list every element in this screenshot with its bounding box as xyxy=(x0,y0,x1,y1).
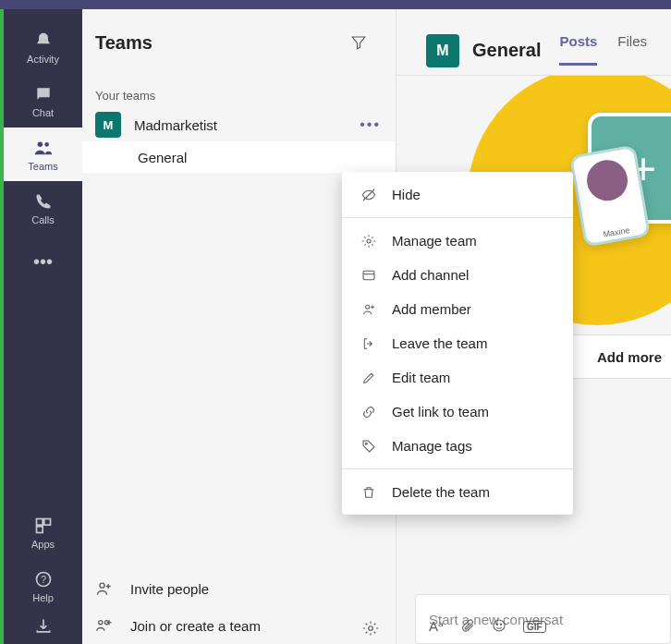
svg-point-18 xyxy=(496,624,497,625)
tab-files[interactable]: Files xyxy=(617,26,647,66)
team-avatar: M xyxy=(95,112,121,138)
link-icon xyxy=(360,405,377,419)
rail-label: Apps xyxy=(31,539,55,550)
svg-rect-2 xyxy=(36,519,43,526)
channel-row[interactable]: General xyxy=(82,141,396,173)
rail-more[interactable]: ••• xyxy=(4,235,82,288)
settings-button[interactable] xyxy=(362,620,379,640)
rail-calls[interactable]: Calls xyxy=(4,181,82,235)
menu-label: Hide xyxy=(392,187,421,202)
menu-label: Edit team xyxy=(392,370,450,385)
rail-label: Calls xyxy=(31,214,54,225)
rail-apps[interactable]: Apps xyxy=(4,505,82,559)
phone-icon xyxy=(35,190,52,213)
svg-point-8 xyxy=(99,621,103,625)
avatar-illustration xyxy=(584,157,631,204)
team-name: Madmarketist xyxy=(134,117,341,133)
leave-icon xyxy=(360,336,377,351)
menu-label: Add member xyxy=(392,301,471,317)
join-icon xyxy=(95,616,114,635)
menu-divider xyxy=(342,217,573,218)
menu-label: Leave the team xyxy=(392,335,487,351)
svg-point-16 xyxy=(365,443,367,444)
channel-avatar: M xyxy=(426,34,459,67)
menu-edit-team[interactable]: Edit team xyxy=(342,360,573,395)
hide-icon xyxy=(360,188,377,202)
teams-icon xyxy=(33,137,54,159)
channel-title: General xyxy=(472,40,541,61)
menu-manage-tags[interactable]: Manage tags xyxy=(342,429,573,463)
menu-label: Manage tags xyxy=(392,438,472,454)
gear-icon xyxy=(360,234,377,249)
svg-rect-3 xyxy=(43,519,50,526)
svg-point-0 xyxy=(37,142,43,148)
rail-chat[interactable]: Chat xyxy=(4,74,82,128)
tag-icon xyxy=(360,439,377,454)
rail-label: Activity xyxy=(27,54,59,65)
rail-activity[interactable]: Activity xyxy=(4,20,82,74)
svg-point-1 xyxy=(44,142,49,147)
title-bar xyxy=(0,0,671,9)
menu-manage-team[interactable]: Manage team xyxy=(342,224,573,258)
menu-add-member[interactable]: Add member xyxy=(342,292,573,326)
tab-posts[interactable]: Posts xyxy=(559,26,597,66)
menu-label: Manage team xyxy=(392,233,477,249)
app-rail: Activity Chat Teams Calls ••• Apps ? xyxy=(4,9,82,644)
menu-leave-team[interactable]: Leave the team xyxy=(342,326,573,360)
gif-icon[interactable]: GIF xyxy=(523,621,546,633)
channel-icon xyxy=(360,268,377,283)
team-row[interactable]: M Madmarketist ••• xyxy=(82,108,396,141)
svg-rect-13 xyxy=(363,271,374,279)
download-icon xyxy=(34,615,53,638)
svg-rect-4 xyxy=(36,527,43,533)
svg-point-15 xyxy=(366,305,370,309)
pencil-icon xyxy=(360,371,377,385)
team-more-button[interactable]: ••• xyxy=(354,116,386,133)
filter-icon xyxy=(350,34,367,51)
rail-label: Chat xyxy=(32,107,54,118)
section-label: Your teams xyxy=(82,65,396,108)
bell-icon xyxy=(34,30,53,52)
format-icon[interactable]: Aᵃ xyxy=(429,618,444,635)
trash-icon xyxy=(360,485,377,500)
invite-icon xyxy=(95,579,114,598)
attach-icon[interactable] xyxy=(460,618,475,636)
join-create-team[interactable]: Join or create a team xyxy=(82,607,396,644)
add-member-icon xyxy=(360,302,377,317)
invite-label: Invite people xyxy=(130,581,209,597)
menu-divider xyxy=(342,468,573,469)
rail-teams[interactable]: Teams xyxy=(4,128,82,181)
menu-hide[interactable]: Hide xyxy=(342,177,573,212)
gear-icon xyxy=(362,620,379,637)
window-edge xyxy=(0,9,4,644)
filter-button[interactable] xyxy=(344,28,373,57)
menu-label: Get link to team xyxy=(392,404,489,419)
svg-point-10 xyxy=(369,626,373,631)
menu-label: Add channel xyxy=(392,267,469,283)
help-icon: ? xyxy=(34,568,53,590)
add-more-label: Add more xyxy=(597,349,662,365)
menu-get-link[interactable]: Get link to team xyxy=(342,395,573,429)
channel-header: M General Posts Files xyxy=(396,9,671,76)
join-label: Join or create a team xyxy=(130,618,261,634)
menu-label: Delete the team xyxy=(392,484,490,500)
sidebar-title: Teams xyxy=(95,32,152,54)
rail-label: Help xyxy=(32,592,54,603)
rail-label: Teams xyxy=(28,161,57,172)
rail-download[interactable] xyxy=(4,613,82,640)
svg-text:?: ? xyxy=(40,574,45,585)
channel-tabs: Posts Files xyxy=(559,26,647,75)
invite-people[interactable]: Invite people xyxy=(82,570,396,607)
channel-name: General xyxy=(138,150,187,165)
chat-icon xyxy=(34,83,53,105)
apps-icon xyxy=(34,515,53,537)
svg-point-17 xyxy=(494,620,505,631)
svg-point-12 xyxy=(367,239,371,243)
compose-toolbar: Aᵃ GIF xyxy=(425,613,671,640)
menu-delete-team[interactable]: Delete the team xyxy=(342,475,573,509)
svg-point-7 xyxy=(100,583,104,588)
rail-help[interactable]: ? Help xyxy=(4,559,82,613)
menu-add-channel[interactable]: Add channel xyxy=(342,258,573,292)
emoji-icon[interactable] xyxy=(492,618,506,636)
ellipsis-icon: ••• xyxy=(33,250,53,273)
